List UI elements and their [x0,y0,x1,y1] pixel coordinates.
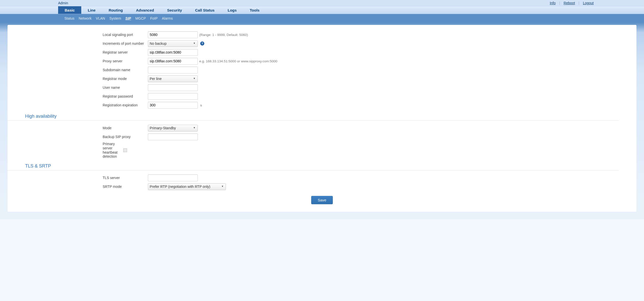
sub-tabs: Status Network VLAN System SIP MGCP FoIP… [0,14,644,22]
heartbeat-checkbox[interactable] [123,148,127,152]
topbar: Admin Info | Reboot | Logout [0,0,644,6]
label-increments: Increments of port number [77,41,148,46]
label-ha-mode: Mode [77,126,148,130]
divider: | [559,1,560,5]
local-port-hint: (Range: 1 - 9999, Default: 5060) [199,33,248,37]
registrar-input[interactable] [148,49,198,56]
subtab-network[interactable]: Network [79,16,92,20]
reg-expire-input[interactable] [148,102,198,109]
topbar-right: Info | Reboot | Logout [550,1,594,5]
logout-link[interactable]: Logout [583,1,594,5]
registrar-pass-input[interactable] [148,93,198,100]
subtab-mgcp[interactable]: MGCP [135,16,146,20]
tab-tools[interactable]: Tools [243,6,266,14]
subtab-vlan[interactable]: VLAN [96,16,105,20]
local-port-input[interactable] [148,31,198,38]
registrar-mode-select[interactable]: Per line [148,75,198,82]
admin-label: Admin [58,1,68,5]
proxy-input[interactable] [148,58,198,65]
subtab-foip[interactable]: FoIP [150,16,158,20]
content-card: Local signaling port (Range: 1 - 9999, D… [8,25,636,212]
label-reg-expire: Registration expiration [77,103,148,107]
tab-security[interactable]: Security [160,6,188,14]
label-subdomain: Subdomain name [77,68,148,72]
info-link[interactable]: Info [550,1,555,5]
subtab-system[interactable]: System [109,16,121,20]
srtp-mode-value: Prefer RTP (negotiation with RTP only) [150,185,210,189]
divider: | [579,1,580,5]
tab-line[interactable]: Line [81,6,102,14]
label-tls-server: TLS server [77,176,148,180]
label-backup-proxy: Backup SIP proxy [77,135,148,139]
label-registrar-pass: Registrar password [77,94,148,99]
label-local-port: Local signaling port [77,33,148,37]
label-registrar-mode: Registrar mode [77,77,148,81]
tab-basic[interactable]: Basic [58,6,81,14]
section-tls: TLS & SRTP [8,160,619,170]
reboot-link[interactable]: Reboot [564,1,575,5]
tab-routing[interactable]: Routing [102,6,130,14]
section-ha: High availability [8,110,619,121]
help-icon[interactable]: ? [200,41,204,46]
subtab-status[interactable]: Status [64,16,74,20]
reg-expire-unit: s [200,103,202,107]
ha-mode-select[interactable]: Primary-Standby [148,125,198,132]
save-button[interactable]: Save [311,196,333,204]
subtab-alarms[interactable]: Alarms [162,16,173,20]
backup-proxy-input[interactable] [148,134,198,140]
tls-server-input[interactable] [148,175,198,181]
tab-logs[interactable]: Logs [221,6,243,14]
label-heartbeat: Primary server heartbeat detection [77,142,123,159]
subtab-sip[interactable]: SIP [125,16,131,20]
label-username: User name [77,85,148,90]
label-registrar: Registrar server [77,50,148,55]
proxy-hint: e.g. 168.33.134.51:5000 or www.sipproxy.… [199,59,277,63]
tab-call-status[interactable]: Call Status [188,6,221,14]
label-proxy: Proxy server [77,59,148,63]
tab-advanced[interactable]: Advanced [130,6,161,14]
increments-value: No backup [150,41,167,46]
ha-mode-value: Primary-Standby [150,126,176,130]
username-input[interactable] [148,84,198,91]
page-body: Local signaling port (Range: 1 - 9999, D… [0,22,644,219]
increments-select[interactable]: No backup [148,40,198,47]
label-srtp-mode: SRTP mode [77,185,148,189]
subdomain-input[interactable] [148,67,198,73]
registrar-mode-value: Per line [150,77,162,81]
main-tabs: Basic Line Routing Advanced Security Cal… [0,6,644,14]
srtp-mode-select[interactable]: Prefer RTP (negotiation with RTP only) [148,183,226,190]
